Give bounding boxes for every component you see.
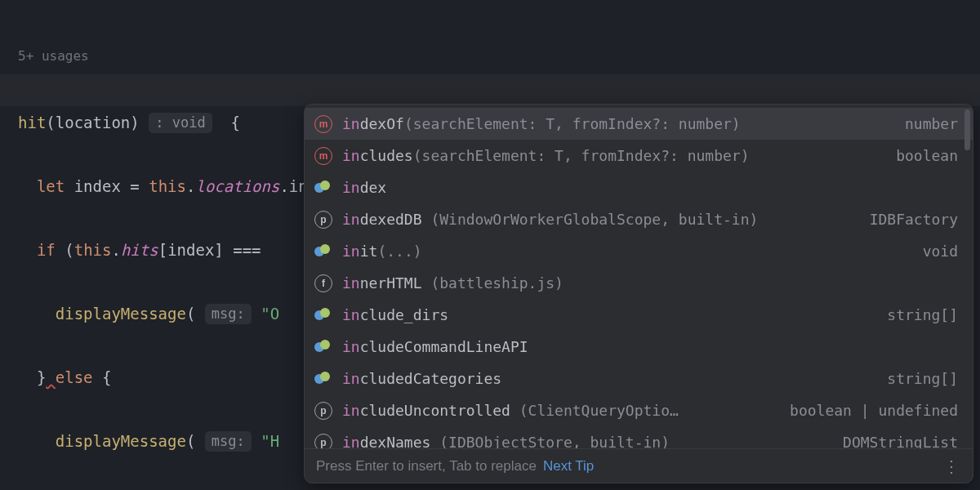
autocomplete-item-label: includeCommandLineAPI bbox=[342, 338, 958, 355]
autocomplete-item[interactable]: mincludes(searchElement: T, fromIndex?: … bbox=[305, 140, 973, 172]
param-hint: msg: bbox=[205, 304, 252, 324]
next-tip-link[interactable]: Next Tip bbox=[543, 458, 594, 474]
scrollbar-thumb[interactable] bbox=[964, 109, 970, 150]
property-icon: p bbox=[314, 434, 332, 449]
method-icon: m bbox=[314, 115, 332, 133]
usages-hint[interactable]: 5+ usages bbox=[18, 40, 980, 75]
autocomplete-item-label: indexOf(searchElement: T, fromIndex?: nu… bbox=[342, 115, 897, 132]
autocomplete-item-type: IDBFactory bbox=[870, 211, 958, 228]
autocomplete-list[interactable]: mindexOf(searchElement: T, fromIndex?: n… bbox=[305, 105, 973, 448]
autocomplete-popup[interactable]: mindexOf(searchElement: T, fromIndex?: n… bbox=[304, 104, 973, 483]
autocomplete-hint: Press Enter to insert, Tab to replace bbox=[316, 458, 537, 474]
autocomplete-item-label: includes(searchElement: T, fromIndex?: n… bbox=[342, 147, 888, 164]
autocomplete-item-label: indexedDB (WindowOrWorkerGlobalScope, bu… bbox=[342, 211, 862, 228]
autocomplete-item[interactable]: finnerHTML (battleship.js) bbox=[305, 267, 973, 299]
variable-icon bbox=[314, 306, 332, 324]
autocomplete-item-label: innerHTML (battleship.js) bbox=[342, 274, 958, 292]
autocomplete-item-type: boolean | undefined bbox=[790, 402, 958, 419]
property-icon: p bbox=[314, 211, 332, 229]
autocomplete-item[interactable]: index bbox=[305, 172, 973, 203]
autocomplete-item-label: include_dirs bbox=[342, 306, 879, 323]
autocomplete-item-type: DOMStringList bbox=[843, 434, 958, 448]
autocomplete-item[interactable]: pincludeUncontrolled (ClientQueryOptio…b… bbox=[305, 394, 973, 426]
autocomplete-item-type: string[] bbox=[887, 306, 958, 323]
autocomplete-item-type: boolean bbox=[896, 147, 958, 164]
autocomplete-item[interactable]: include_dirsstring[] bbox=[305, 299, 973, 331]
autocomplete-item-label: includeUncontrolled (ClientQueryOptio… bbox=[342, 402, 782, 419]
variable-icon bbox=[314, 243, 332, 261]
variable-icon bbox=[314, 338, 332, 356]
autocomplete-item-type: string[] bbox=[887, 370, 958, 387]
autocomplete-item-label: indexNames (IDBObjectStore, built-in) bbox=[342, 434, 835, 448]
more-icon[interactable]: ⋮ bbox=[943, 457, 961, 476]
autocomplete-item-label: index bbox=[342, 179, 958, 196]
autocomplete-item[interactable]: includedCategoriesstring[] bbox=[305, 363, 973, 394]
autocomplete-footer: Press Enter to insert, Tab to replace Ne… bbox=[305, 448, 973, 483]
variable-icon bbox=[314, 179, 332, 197]
property-icon: p bbox=[314, 402, 332, 420]
autocomplete-item[interactable]: init(...)void bbox=[305, 235, 973, 267]
variable-icon bbox=[314, 370, 332, 388]
field-icon: f bbox=[314, 274, 332, 292]
autocomplete-item-type: number bbox=[905, 115, 958, 132]
autocomplete-item[interactable]: pindexNames (IDBObjectStore, built-in)DO… bbox=[305, 426, 973, 448]
autocomplete-item-label: init(...) bbox=[342, 243, 915, 260]
method-icon: m bbox=[314, 147, 332, 165]
autocomplete-item[interactable]: includeCommandLineAPI bbox=[305, 331, 973, 363]
autocomplete-item[interactable]: mindexOf(searchElement: T, fromIndex?: n… bbox=[305, 108, 973, 140]
autocomplete-item[interactable]: pindexedDB (WindowOrWorkerGlobalScope, b… bbox=[305, 203, 973, 235]
param-hint: msg: bbox=[205, 431, 252, 452]
return-type-hint: : void bbox=[149, 113, 212, 133]
autocomplete-item-label: includedCategories bbox=[342, 370, 879, 387]
autocomplete-item-type: void bbox=[923, 243, 958, 260]
